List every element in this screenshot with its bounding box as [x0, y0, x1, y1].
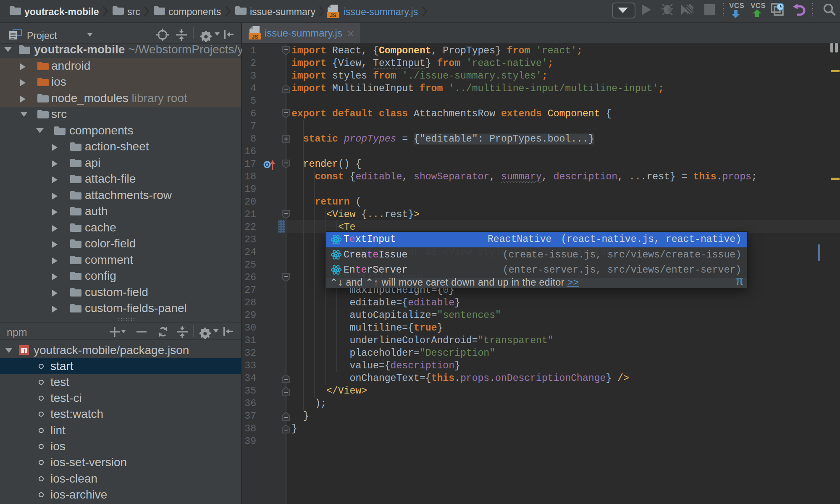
svg-text:JS: JS [330, 12, 336, 18]
svg-text:JS: JS [252, 34, 258, 40]
